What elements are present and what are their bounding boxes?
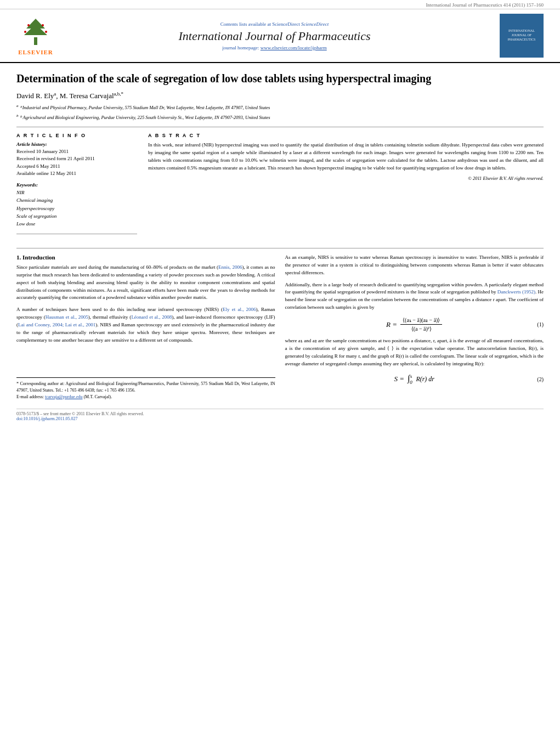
history-block: Article history: Received 10 January 201… (16, 142, 137, 178)
equation-1-block: R = ⟨(a₁ − ā)(a₂ − ā)⟩ ⟨(a − ā)²⟩ (1) (285, 317, 544, 332)
received-date: Received 10 January 2011 (16, 148, 137, 156)
eq1-number: (1) (537, 321, 544, 327)
main-content: Determination of the scale of segregatio… (0, 63, 560, 429)
svg-point-6 (45, 31, 47, 33)
article-title: Determination of the scale of segregatio… (16, 71, 544, 86)
journal-reference: International Journal of Pharmaceutics 4… (426, 2, 544, 8)
svg-point-3 (27, 24, 30, 26)
divider (16, 127, 544, 127)
footer-doi[interactable]: doi:10.1016/j.ijpharm.2011.05.027 (16, 416, 77, 421)
abstract-section: A B S T R A C T In this work, near infra… (148, 133, 544, 240)
footnote-section: * Corresponding author at: Agricultural … (16, 377, 275, 400)
journal-center: Contents lists available at ScienceDirec… (60, 21, 489, 50)
leonard-ref[interactable]: Léonard et al., 2008 (131, 314, 172, 320)
intro-para1: Since particulate materials are used dur… (16, 264, 275, 302)
journal-header: ELSEVIER Contents lists available at Sci… (0, 9, 560, 63)
svg-point-5 (24, 31, 26, 33)
keywords-block: Keywords: NIR Chemical imaging Hyperspec… (16, 182, 137, 228)
intro-para2: A number of techniques have been used to… (16, 306, 275, 344)
revised-date: Received in revised form 21 April 2011 (16, 155, 137, 163)
svg-point-4 (42, 24, 44, 26)
page: International Journal of Pharmaceutics 4… (0, 0, 560, 741)
journal-title: International Journal of Pharmaceutics (60, 29, 489, 43)
copyright-line: © 2011 Elsevier B.V. All rights reserved… (148, 176, 544, 181)
intro-heading: 1. Introduction (16, 254, 275, 261)
info-divider (16, 234, 137, 234)
keyword-hyperspectroscopy: Hyperspectroscopy (16, 205, 137, 212)
right-para2: Additionally, there is a large body of r… (285, 281, 544, 312)
keywords-label: Keywords: (16, 182, 137, 188)
keyword-chemical: Chemical imaging (16, 196, 137, 204)
article-info-label: A R T I C L E I N F O (16, 133, 137, 138)
keyword-lowdose: Low dose (16, 220, 137, 228)
affiliation-a: a ᵃ Industrial and Physical Pharmacy, Pu… (16, 104, 544, 111)
elsevier-logo: ELSEVIER (11, 16, 60, 55)
ennis-ref[interactable]: Ennis, 2006 (218, 264, 242, 270)
available-date: Available online 12 May 2011 (16, 170, 137, 178)
lai-cooney-ref[interactable]: Lai and Cooney, 2004; Lai et al., 2001 (18, 322, 95, 327)
article-info-panel: A R T I C L E I N F O Article history: R… (16, 133, 137, 240)
email-link[interactable]: tcarvaja@purdue.edu (45, 394, 82, 399)
abstract-label: A B S T R A C T (148, 133, 544, 138)
eq2-number: (2) (537, 376, 544, 382)
affiliation-b: b ᵇ Agricultural and Biological Engineer… (16, 114, 544, 121)
left-column: 1. Introduction Since particulate materi… (16, 254, 275, 400)
footnote-text: * Corresponding author at: Agricultural … (16, 381, 275, 400)
homepage-link[interactable]: www.elsevier.com/locate/ijpharm (261, 45, 327, 50)
footer-issn: 0378-5173/$ – see front matter © 2011 El… (16, 411, 144, 416)
sciencedirect-text: Contents lists available at ScienceDirec… (60, 21, 489, 27)
elsevier-text: ELSEVIER (11, 49, 60, 55)
based-word: based (285, 297, 297, 302)
right-para3: where a₁ and a₂ are the sample concentra… (285, 337, 544, 368)
ely-ref[interactable]: Ely et al., 2006 (223, 307, 256, 312)
top-reference-bar: International Journal of Pharmaceutics 4… (0, 0, 560, 9)
accepted-date: Accepted 6 May 2011 (16, 163, 137, 171)
abstract-text: In this work, near infrared (NIR) hypers… (148, 142, 544, 172)
right-para1: As an example, NIRS is sensitive to wate… (285, 254, 544, 277)
authors-line: David R. Elya, M. Teresa Carvajala,b,* (16, 91, 544, 100)
eq1-R-equals: R = (386, 320, 397, 329)
hausman-ref[interactable]: Hausman et al., 2005 (46, 314, 88, 320)
danckwerts-ref[interactable]: Danckwerts (1952) (497, 289, 535, 295)
equation-2-block: S = ∫0s R(r) dr (2) (285, 374, 544, 385)
eq2-integral: ∫0s R(r) dr (408, 374, 434, 385)
eq1-numerator: ⟨(a₁ − ā)(a₂ − ā)⟩ (400, 317, 442, 325)
keyword-nir: NIR (16, 189, 137, 196)
section-divider (16, 248, 544, 248)
history-label: Article history: (16, 142, 137, 147)
eq2-S-equals: S = (394, 375, 404, 383)
keyword-scale: Scale of segregation (16, 212, 137, 220)
footer-bar: 0378-5173/$ – see front matter © 2011 El… (16, 409, 544, 421)
eq1-denominator: ⟨(a − ā)²⟩ (409, 325, 434, 332)
eq1-fraction: ⟨(a₁ − ā)(a₂ − ā)⟩ ⟨(a − ā)²⟩ (400, 317, 442, 332)
right-column: As an example, NIRS is sensitive to wate… (285, 254, 544, 400)
article-info-abstract-section: A R T I C L E I N F O Article history: R… (16, 133, 544, 240)
svg-rect-0 (34, 37, 37, 45)
keywords-list: NIR Chemical imaging Hyperspectroscopy S… (16, 189, 137, 228)
sciencedirect-link[interactable]: ScienceDirect (301, 21, 329, 27)
journal-logo-right: INTERNATIONALJOURNAL OFPHARMACEUTICS (500, 14, 544, 58)
elsevier-tree-icon (16, 16, 55, 47)
journal-homepage: journal homepage: www.elsevier.com/locat… (60, 45, 489, 50)
body-content: 1. Introduction Since particulate materi… (16, 254, 544, 400)
